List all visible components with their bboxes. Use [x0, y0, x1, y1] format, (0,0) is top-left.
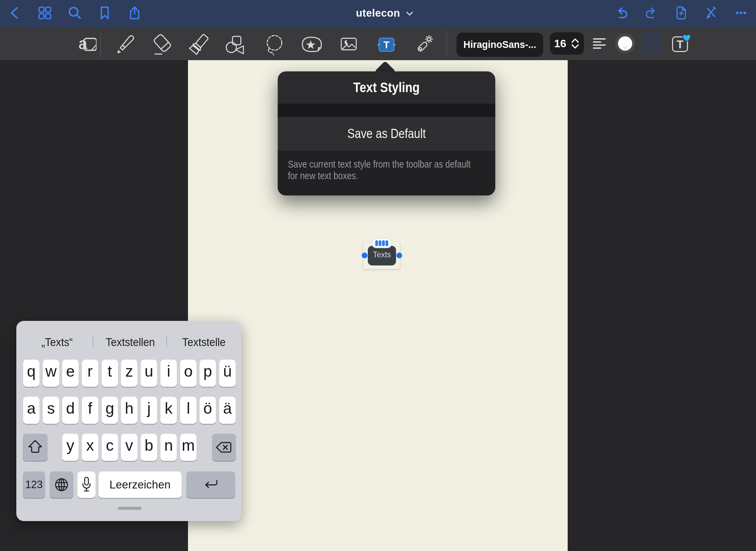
svg-text:a: a [79, 35, 87, 52]
